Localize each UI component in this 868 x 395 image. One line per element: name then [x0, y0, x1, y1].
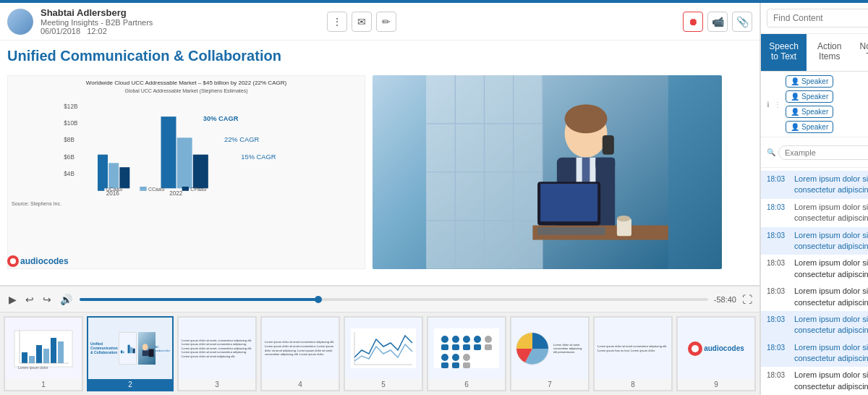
- svg-rect-9: [161, 116, 176, 188]
- transcript-row-1[interactable]: 18:03 Lorem ipsum dolor sit amet, consec…: [761, 199, 868, 227]
- svg-rect-45: [22, 352, 27, 363]
- record-button[interactable]: ⏺: [683, 12, 703, 32]
- chart-area: Worldwide Cloud UCC Addressable Market –…: [7, 75, 365, 269]
- transcript-row-4[interactable]: 18:03 Lorem ipsum dolor sit amet, consec…: [761, 283, 868, 311]
- transcript-row-0[interactable]: 18:03 Lorem ipsum dolor sit amet, consec…: [761, 171, 868, 199]
- thumbnail-7[interactable]: Lorem dolor sit amet consectetur adipisc…: [510, 316, 590, 391]
- transcript-row-7[interactable]: 18:03 Lorem ipsum dolor sit amet, consec…: [761, 367, 868, 395]
- transcript-time-3: 18:03: [767, 259, 788, 267]
- svg-rect-50: [58, 341, 64, 363]
- transcript-header: ℹ ⋮ 👤 Speaker 👤 Speaker 👤 Speaker 👤 Spea: [761, 72, 868, 137]
- svg-rect-58: [133, 349, 135, 354]
- thumb-num-6: 6: [428, 379, 505, 390]
- speaker-tag-2[interactable]: 👤 Speaker: [786, 90, 833, 103]
- thumbnail-4[interactable]: Lorem ipsum dolor sit amet consectetur a…: [260, 316, 340, 391]
- search-input[interactable]: [767, 9, 868, 27]
- svg-rect-75: [485, 344, 492, 350]
- svg-rect-55: [123, 352, 124, 354]
- forward-button[interactable]: ↪: [41, 292, 53, 307]
- svg-point-76: [441, 354, 448, 361]
- transcript-time-7: 18:03: [767, 371, 788, 379]
- rewind-button[interactable]: ↩: [24, 292, 35, 307]
- thumbnail-5[interactable]: 5: [344, 316, 423, 391]
- svg-rect-71: [463, 344, 470, 350]
- svg-rect-57: [130, 347, 132, 353]
- user-info: Shabtai Adlersberg Meeting Insights - B2…: [41, 7, 327, 35]
- speaker-icon-1: 👤: [791, 77, 799, 85]
- fullscreen-button[interactable]: ⛶: [742, 294, 752, 305]
- thumbnail-9[interactable]: audiocodes 9: [676, 316, 756, 391]
- tab-notes-tags[interactable]: Notes & Tags: [852, 34, 868, 71]
- email-button[interactable]: ✉: [352, 12, 372, 32]
- edit-button[interactable]: ✏: [376, 12, 396, 32]
- thumbnail-6[interactable]: 6: [427, 316, 506, 391]
- thumb-num-8: 8: [595, 379, 671, 390]
- thumb-img-6: [428, 318, 505, 379]
- controls-bar: ▶ ↩ ↪ 🔊 -58:40 ⛶: [0, 286, 760, 312]
- transcript-row-6[interactable]: 18:03 Lorem ipsum dolor sit amet, consec…: [761, 339, 868, 368]
- right-header-icons: ⏺ 📹 📎: [683, 12, 752, 32]
- svg-point-68: [452, 336, 459, 343]
- thumb-img-3: Lorem ipsum dolor sit amet, consectetur …: [179, 318, 255, 379]
- thumbnail-3[interactable]: Lorem ipsum dolor sit amet, consectetur …: [177, 316, 257, 391]
- header-bar: Shabtai Adlersberg Meeting Insights - B2…: [0, 3, 760, 41]
- svg-rect-46: [29, 356, 35, 363]
- thumb-img-2: Unified Communication & Collaboration: [88, 318, 172, 379]
- thumb-num-4: 4: [262, 379, 339, 390]
- svg-text:Lorem ipsum dolor: Lorem ipsum dolor: [18, 365, 48, 370]
- svg-rect-16: [98, 187, 104, 191]
- svg-rect-79: [452, 362, 459, 368]
- thumb-num-5: 5: [345, 379, 422, 390]
- svg-text:30% CAGR: 30% CAGR: [203, 115, 239, 122]
- progress-bar[interactable]: [80, 298, 708, 301]
- transcript-text-4: Lorem ipsum dolor sit amet, consectetur …: [794, 286, 868, 308]
- svg-rect-6: [109, 163, 119, 188]
- speaker-tag-4[interactable]: 👤 Speaker: [786, 121, 833, 133]
- thumbnail-8[interactable]: Lorem ipsum dolor sit amet consectetur a…: [593, 316, 673, 391]
- thumb-img-1: Lorem ipsum dolor: [5, 318, 82, 379]
- speaker-tag-3[interactable]: 👤 Speaker: [786, 106, 833, 118]
- svg-text:22% CAGR: 22% CAGR: [224, 136, 259, 143]
- attach-button[interactable]: 📎: [732, 12, 752, 32]
- thumbnail-1[interactable]: Lorem ipsum dolor 1: [4, 316, 83, 391]
- transcript-text-3: Lorem ipsum dolor sit amet, consectetur …: [794, 258, 868, 280]
- play-button[interactable]: ▶: [7, 292, 18, 307]
- filter-input[interactable]: [778, 145, 868, 160]
- svg-rect-62: [351, 328, 416, 368]
- thumbnail-2[interactable]: Unified Communication & Collaboration: [87, 316, 174, 391]
- thumb-img-7: Lorem dolor sit amet consectetur adipisc…: [511, 318, 588, 379]
- settings-icon: ⋮: [774, 101, 781, 109]
- more-button[interactable]: ⋮: [327, 12, 347, 32]
- svg-text:15% CAGR: 15% CAGR: [241, 153, 276, 161]
- svg-rect-81: [463, 362, 470, 368]
- chart-sub-title: Global UCC Addressable Market (Stephens …: [12, 88, 361, 93]
- svg-rect-11: [193, 155, 208, 189]
- svg-rect-73: [474, 344, 481, 350]
- svg-text:UCaaS: UCaaS: [106, 187, 123, 192]
- svg-point-43: [617, 216, 631, 221]
- transcript-row-3[interactable]: 18:03 Lorem ipsum dolor sit amet, consec…: [761, 255, 868, 283]
- user-date: 06/01/2018 12:02: [41, 27, 327, 35]
- slide-image: [373, 75, 722, 269]
- tabs-row: Speech to Text Action Items Notes & Tags: [761, 34, 868, 72]
- transcript-row-5[interactable]: 18:03 Lorem ipsum dolor sit amet, consec…: [761, 311, 868, 339]
- svg-point-59: [142, 344, 148, 350]
- svg-rect-5: [98, 155, 108, 189]
- svg-point-32: [565, 104, 608, 133]
- tab-action-items[interactable]: Action Items: [807, 34, 852, 71]
- right-panel: 🔍 Speech to Text Action Items Notes & Ta…: [760, 3, 868, 395]
- svg-rect-7: [119, 167, 129, 188]
- transcript-row-2[interactable]: 18:03 Lorem ipsum dolor sit amet, consec…: [761, 227, 868, 255]
- svg-rect-60: [142, 350, 150, 356]
- speaker-tag-1[interactable]: 👤 Speaker: [786, 75, 833, 88]
- svg-point-66: [441, 336, 448, 343]
- svg-point-78: [452, 354, 459, 361]
- camera-button[interactable]: 📹: [707, 12, 728, 32]
- user-name: Shabtai Adlersberg: [41, 7, 327, 18]
- tab-speech-to-text[interactable]: Speech to Text: [761, 34, 807, 71]
- transcript-text-2: Lorem ipsum dolor sit amet, consectetur …: [794, 230, 868, 252]
- volume-button[interactable]: 🔊: [59, 292, 74, 307]
- thumb-img-4: Lorem ipsum dolor sit amet consectetur a…: [262, 318, 339, 379]
- svg-rect-40: [540, 184, 597, 221]
- thumb-num-7: 7: [511, 379, 588, 390]
